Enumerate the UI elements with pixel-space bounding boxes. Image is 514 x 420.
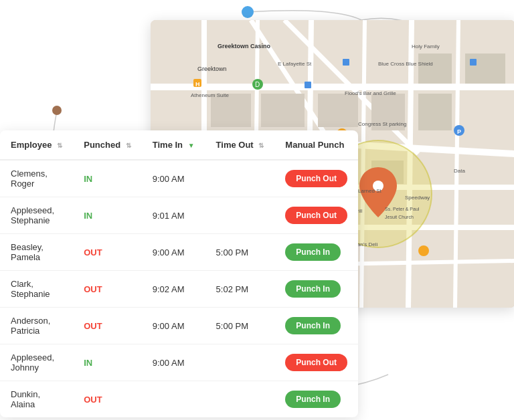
svg-rect-46: [343, 59, 349, 66]
time-in: 9:02 AM: [142, 271, 205, 308]
manual-punch-cell: Punch In: [274, 308, 358, 344]
svg-text:Atheneum Suite: Atheneum Suite: [191, 92, 229, 98]
svg-text:H: H: [195, 81, 200, 88]
table-row: Appleseed, StephanieIN9:01 AMPunch Out: [0, 197, 358, 234]
svg-rect-18: [318, 94, 358, 127]
dot-blue-top: [242, 6, 254, 18]
punch-status: OUT: [73, 271, 142, 308]
sort-icon-timein[interactable]: ▼: [188, 142, 195, 149]
svg-rect-47: [305, 82, 311, 88]
employee-name: Appleseed, Johnny: [0, 344, 73, 381]
table-row: Clemens, RogerIN9:00 AMPunch Out: [0, 160, 358, 197]
manual-punch-cell: Punch In: [274, 381, 358, 418]
sort-icon-timeout[interactable]: ⇅: [258, 142, 264, 149]
punch-status: IN: [73, 197, 142, 234]
punch-status: OUT: [73, 234, 142, 271]
svg-rect-23: [418, 94, 452, 130]
time-out: [205, 197, 275, 234]
table-row: Beasley, PamelaOUT9:00 AM5:00 PMPunch In: [0, 234, 358, 271]
svg-text:Holy Family: Holy Family: [412, 43, 440, 49]
svg-text:Greektown Casino: Greektown Casino: [218, 43, 271, 49]
col-timein: Time In ▼: [142, 130, 205, 160]
svg-text:Congress St parking: Congress St parking: [358, 121, 406, 127]
manual-punch-cell: Punch Out: [274, 197, 358, 234]
manual-punch-cell: Punch In: [274, 271, 358, 308]
time-out: [205, 381, 275, 418]
svg-text:E Lafayette St: E Lafayette St: [278, 61, 312, 67]
punch-status: IN: [73, 344, 142, 381]
employee-name: Appleseed, Stephanie: [0, 197, 73, 234]
svg-text:Greektown: Greektown: [197, 66, 227, 72]
employee-name: Dunkin, Alaina: [0, 381, 73, 418]
col-punched: Punched ⇅: [73, 130, 142, 160]
svg-rect-24: [465, 54, 505, 84]
svg-rect-15: [261, 94, 305, 127]
time-out: [205, 344, 275, 381]
manual-punch-cell: Punch In: [274, 234, 358, 271]
svg-text:Speedway: Speedway: [405, 195, 430, 201]
time-out: 5:00 PM: [205, 308, 275, 344]
dot-brown-left: [52, 106, 62, 115]
punch-in-button[interactable]: Punch In: [285, 317, 341, 334]
time-in: [142, 381, 205, 418]
time-out: 5:02 PM: [205, 271, 275, 308]
col-employee: Employee ⇅: [0, 130, 73, 160]
time-in: 9:00 AM: [142, 344, 205, 381]
svg-text:Blue Cross Blue Shield: Blue Cross Blue Shield: [378, 61, 433, 67]
sort-icon-punched[interactable]: ⇅: [126, 142, 131, 149]
employee-name: Beasley, Pamela: [0, 234, 73, 271]
time-out: 5:00 PM: [205, 234, 275, 271]
svg-text:Flood's Bar and Grille: Flood's Bar and Grille: [345, 90, 396, 96]
employee-name: Anderson, Patricia: [0, 308, 73, 344]
svg-rect-14: [211, 94, 251, 127]
svg-point-51: [418, 245, 429, 256]
time-out: [205, 160, 275, 197]
svg-text:Ss. Peter & Paul: Ss. Peter & Paul: [385, 207, 420, 211]
time-in: 9:01 AM: [142, 197, 205, 234]
svg-rect-48: [470, 59, 477, 66]
svg-text:Jesuit Church: Jesuit Church: [385, 215, 414, 219]
col-manual-punch: Manual Punch: [274, 130, 358, 160]
table-row: Dunkin, AlainaOUTPunch In: [0, 381, 358, 418]
svg-rect-22: [418, 54, 452, 84]
punch-status: OUT: [73, 308, 142, 344]
punch-out-button[interactable]: Punch Out: [285, 170, 347, 187]
table-container: Employee ⇅ Punched ⇅ Time In ▼ Time Out …: [0, 130, 358, 417]
punch-in-button[interactable]: Punch In: [285, 391, 341, 408]
time-in: 9:00 AM: [142, 308, 205, 344]
punch-out-button[interactable]: Punch Out: [285, 207, 347, 224]
svg-text:Data: Data: [454, 168, 465, 174]
col-timeout: Time Out ⇅: [205, 130, 275, 160]
punch-out-button[interactable]: Punch Out: [285, 354, 347, 371]
time-in: 9:00 AM: [142, 160, 205, 197]
punch-status: OUT: [73, 381, 142, 418]
table-row: Appleseed, JohnnyIN9:00 AMPunch Out: [0, 344, 358, 381]
employee-name: Clemens, Roger: [0, 160, 73, 197]
svg-text:P: P: [457, 128, 461, 135]
punch-in-button[interactable]: Punch In: [285, 243, 341, 261]
punch-in-button[interactable]: Punch In: [285, 280, 341, 298]
manual-punch-cell: Punch Out: [274, 344, 358, 381]
time-in: 9:00 AM: [142, 234, 205, 271]
table-row: Clark, StephanieOUT9:02 AM5:02 PMPunch I…: [0, 271, 358, 308]
table-header-row: Employee ⇅ Punched ⇅ Time In ▼ Time Out …: [0, 130, 358, 160]
employee-name: Clark, Stephanie: [0, 271, 73, 308]
employee-table: Employee ⇅ Punched ⇅ Time In ▼ Time Out …: [0, 130, 358, 417]
punch-status: IN: [73, 160, 142, 197]
table-row: Anderson, PatriciaOUT9:00 AM5:00 PMPunch…: [0, 308, 358, 344]
manual-punch-cell: Punch Out: [274, 160, 358, 197]
svg-text:Larned St: Larned St: [358, 188, 381, 194]
svg-text:D: D: [255, 81, 260, 88]
sort-icon-employee[interactable]: ⇅: [57, 142, 62, 149]
